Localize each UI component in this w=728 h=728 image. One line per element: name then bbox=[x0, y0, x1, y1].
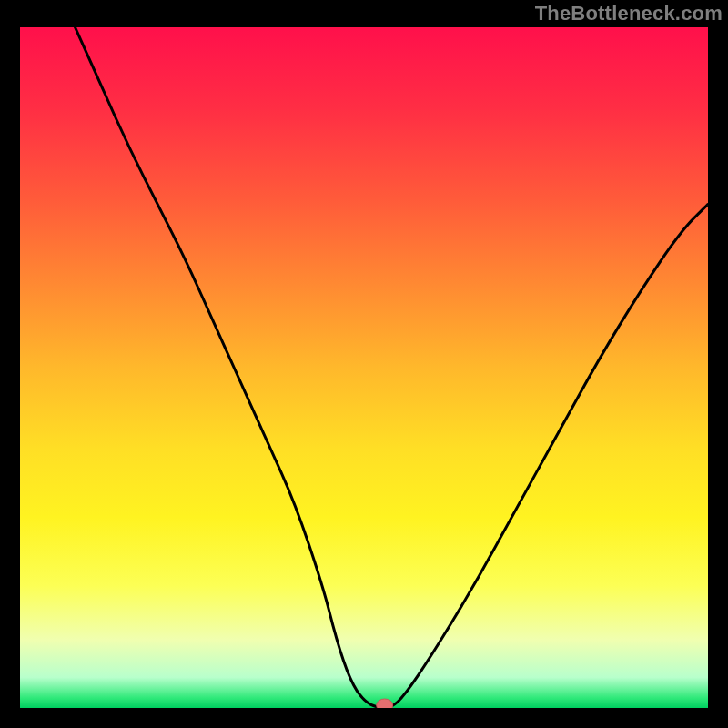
chart-frame: TheBottleneck.com bbox=[0, 0, 728, 728]
watermark-text: TheBottleneck.com bbox=[535, 2, 723, 25]
plot-area bbox=[20, 27, 708, 708]
gradient-background bbox=[20, 27, 708, 708]
bottleneck-chart bbox=[20, 27, 708, 708]
optimal-point-marker bbox=[377, 699, 393, 708]
